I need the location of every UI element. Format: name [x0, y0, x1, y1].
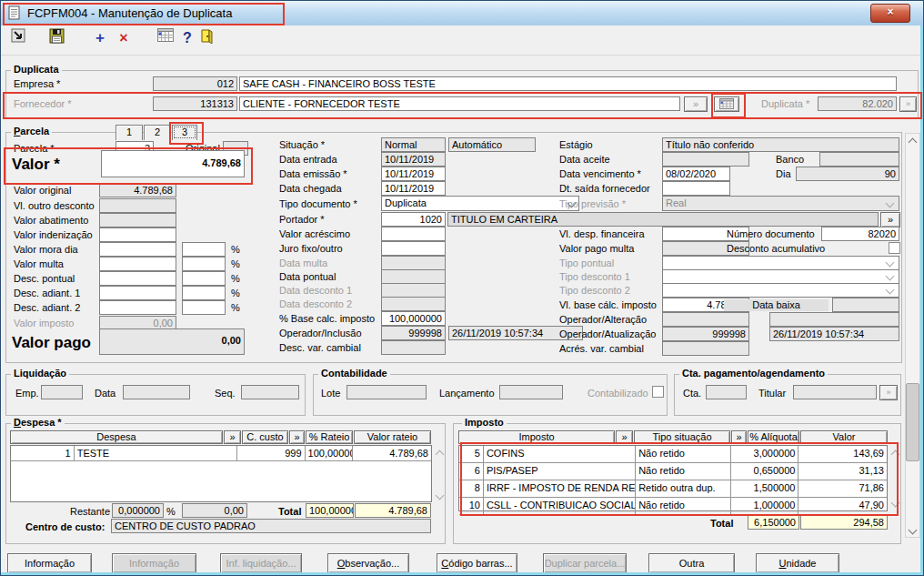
navigate-icon[interactable]	[8, 28, 28, 50]
scrollbar-thumb[interactable]	[906, 383, 919, 461]
data-desconto2-field	[381, 297, 446, 311]
calculator-grid-button[interactable]	[714, 96, 739, 112]
dia-field: 90	[796, 167, 899, 181]
dt-saida-field[interactable]	[662, 181, 730, 196]
percent-sign: %	[231, 288, 240, 299]
tipo-pontual-select	[662, 256, 899, 270]
lancamento-field	[499, 385, 563, 399]
imposto-row-num: 8	[459, 480, 484, 497]
situacao-label: Situação *	[279, 139, 325, 151]
rateio-col-header[interactable]: % Rateio	[306, 430, 353, 444]
tab-parcela-2[interactable]: 2	[144, 125, 171, 140]
valor-multa-field[interactable]	[99, 257, 176, 271]
desc-pontual-field[interactable]	[99, 271, 176, 286]
desconto-acumulativo-checkbox[interactable]	[889, 242, 900, 254]
data-emissao-field[interactable]: 10/11/2019	[381, 167, 446, 181]
imposto-row-aliquota: 1,000000	[731, 498, 799, 514]
situacao-mode-field: Automático	[448, 137, 536, 152]
imposto-valor-col-header[interactable]: Valor	[800, 430, 888, 444]
outra-informacao-button[interactable]: Outra informação...	[648, 553, 735, 573]
desc-adiant2-pct-field[interactable]	[182, 300, 226, 315]
observacao-button[interactable]: Observação...	[327, 553, 409, 573]
liq-data-field	[123, 385, 190, 399]
imposto-row[interactable]: 5 COFINS Não retido 3,000000 143,69	[459, 446, 887, 463]
despesa-row[interactable]: 1 TESTE 999 100,000000 4.789,68	[11, 446, 431, 461]
imposto-row-tipo: Não retido	[636, 498, 731, 514]
fornecedor-name-field[interactable]: CLIENTE - FORNECEDOR TESTE	[239, 96, 680, 111]
desc-pontual-label: Desc. pontual	[14, 273, 75, 285]
imposto-row[interactable]: 10 CSLL - CONTRIBUICAO SOCIAL Não retido…	[459, 498, 887, 515]
desc-adiant1-field[interactable]	[99, 286, 176, 300]
dt-saida-label: Dt. saída fornecedor	[559, 183, 650, 195]
imposto-row-tipo: Não retido	[636, 446, 731, 462]
grid-icon[interactable]	[156, 28, 176, 50]
save-icon[interactable]	[46, 28, 66, 50]
percent-sign: %	[231, 244, 240, 256]
vl-desp-financeira-label: Vl. desp. financeira	[559, 228, 645, 240]
duplicata-numero-label: Duplicata *	[761, 98, 809, 110]
unidade-negocio-button[interactable]: Unidade negócio...	[756, 553, 839, 573]
c-custo-lookup-header[interactable]: »	[289, 430, 305, 444]
data-vencimento-field[interactable]: 08/02/2020	[662, 167, 730, 181]
exit-door-icon[interactable]	[197, 28, 217, 50]
portador-desc-field: TITULO EM CARTEIRA	[447, 212, 879, 227]
valor-pago-field: 0,00	[99, 328, 245, 355]
codigo-barras-button[interactable]: Código barras...	[437, 553, 517, 573]
tab-parcela-1[interactable]: 1	[116, 125, 143, 140]
portador-code-field[interactable]: 1020	[381, 212, 446, 227]
despesa-lookup-header[interactable]: »	[224, 430, 241, 444]
despesa-row-num: 1	[11, 446, 75, 460]
despesa-col-header[interactable]: Despesa	[10, 430, 223, 444]
valor-acrescimo-field[interactable]	[381, 227, 446, 241]
acres-var-cambial-label: Acrés. var. cambial	[559, 343, 644, 355]
title-bar: FCPFM004 - Manutenção de Duplicata ×	[1, 1, 923, 26]
delete-icon[interactable]: ×	[114, 28, 134, 50]
help-icon[interactable]: ?	[177, 28, 197, 50]
centro-custo-field: CENTRO DE CUSTO PADRAO	[111, 519, 431, 533]
operador-alteracao-label: Operador/Alteração	[559, 314, 647, 326]
c-custo-col-header[interactable]: C. custo	[242, 430, 288, 444]
desc-adiant2-field[interactable]	[99, 300, 176, 315]
imposto-lookup-header[interactable]: »	[616, 430, 633, 444]
tipo-situacao-lookup-header[interactable]: »	[731, 430, 747, 444]
valor-mora-dia-pct-field[interactable]	[182, 242, 226, 257]
valor-mora-dia-field[interactable]	[99, 242, 176, 257]
tipo-previsao-select: Real	[662, 196, 899, 211]
add-icon[interactable]: +	[90, 28, 110, 50]
imposto-row[interactable]: 8 IRRF - IMPOSTO DE RENDA RET Retido out…	[459, 480, 887, 498]
imposto-row-name: COFINS	[484, 446, 636, 462]
desc-pontual-pct-field[interactable]	[182, 271, 226, 286]
tipo-situacao-col-header[interactable]: Tipo situação	[634, 430, 730, 444]
emp-label: Emp.	[15, 388, 39, 399]
valor-field[interactable]: 4.789,68	[101, 150, 245, 177]
imposto-col-header[interactable]: Imposto	[458, 430, 615, 444]
tipo-documento-select[interactable]: Duplicata	[381, 196, 579, 211]
data-chegada-field[interactable]: 10/11/2019	[381, 181, 446, 196]
data-desconto1-label: Data desconto 1	[279, 285, 352, 297]
imposto-total-valor-field: 294,58	[800, 515, 888, 530]
vl-base-calc-label: Vl. base cálc. imposto	[559, 299, 657, 311]
percent-sign: %	[231, 273, 240, 285]
valor-multa-pct-field[interactable]	[182, 257, 226, 271]
fornecedor-lookup-button: »	[684, 96, 708, 112]
data-chegada-label: Data chegada	[279, 183, 342, 195]
juro-fixo-field[interactable]	[381, 241, 446, 256]
portador-lookup-button[interactable]: »	[880, 212, 900, 227]
percent-sign: %	[231, 302, 240, 314]
tab-parcela-3[interactable]: 3	[172, 125, 197, 140]
desc-adiant1-pct-field[interactable]	[182, 286, 226, 300]
vertical-scrollbar[interactable]	[905, 133, 920, 538]
valor-indenizacao-field[interactable]	[99, 227, 176, 242]
empresa-name-field[interactable]: SAFE CASH - FINANCEIRO BOSS TESTE	[239, 76, 897, 91]
valor-rateio-col-header[interactable]: Valor rateio	[354, 430, 431, 444]
informacao-origem-button[interactable]: Informação origem...	[7, 553, 92, 573]
desc-var-cambial-label: Desc. var. cambial	[279, 342, 361, 354]
imposto-row[interactable]: 6 PIS/PASEP Não retido 0,650000 31,13	[459, 463, 887, 480]
numero-documento-field[interactable]: 82020	[821, 227, 899, 241]
valor-label: Valor *	[12, 156, 60, 173]
despesa-total-label: Total	[278, 506, 301, 518]
lancamento-label: Lançamento	[439, 388, 495, 399]
close-button[interactable]: ×	[870, 4, 910, 23]
aliquota-col-header[interactable]: % Alíquota	[748, 430, 799, 444]
base-calc-field[interactable]: 100,000000	[381, 311, 446, 326]
